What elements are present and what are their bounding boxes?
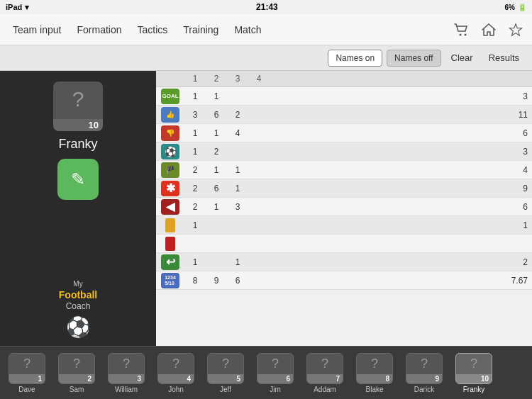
nav-team-input[interactable]: Team input [6,20,68,40]
player-thumb-3[interactable]: ? 3 William [102,353,150,393]
thumb-name-8: Blake [365,386,383,393]
player-thumb-img-4: ? 4 [157,353,194,384]
stat-val-9-0: 1 [184,257,206,267]
edit-player-button[interactable]: ✎ [57,159,99,200]
stat-val-1-2: 2 [227,110,248,120]
column-headers: 1 2 3 4 [156,71,532,87]
stat-val-9-3 [248,257,270,267]
stat-icon-cell-goal: GOAL [156,87,184,106]
player-avatar: ? 10 [53,82,103,131]
nav-bar: Team input Formation Tactics Training Ma… [0,14,532,45]
stat-total-9: 2 [504,257,532,267]
stat-val-10-1: 9 [206,276,227,286]
stat-val-4-0: 2 [184,165,206,175]
player-thumb-7[interactable]: ? 7 Addam [301,353,349,393]
goal-icon: GOAL [161,89,179,104]
stat-values-flag: 2 1 1 [184,165,504,175]
stat-val-4-1: 1 [206,165,227,175]
logo-coach: Coach [59,301,97,313]
player-thumb-img-3: ? 3 [108,353,145,384]
player-thumb-2[interactable]: ? 2 Sam [52,353,101,393]
nav-match[interactable]: Match [227,20,268,40]
star-icon-btn[interactable] [505,19,526,40]
player-thumb-1[interactable]: ? 1 Dave [3,353,51,393]
left-panel: ? 10 Franky ✎ My Football Coach ⚽ [0,71,156,346]
nav-formation[interactable]: Formation [70,20,128,40]
stat-total-1: 11 [504,110,532,120]
stat-val-5-0: 2 [184,184,206,193]
names-on-button[interactable]: Names on [328,50,382,67]
thumb-question-9: ? [421,356,428,371]
stat-val-2-0: 1 [184,128,206,138]
thumb-question-5: ? [222,356,229,371]
player-thumb-8[interactable]: ? 8 Blake [350,353,399,393]
thumb-name-5: Jeff [220,386,231,393]
stat-total-7: 1 [504,220,532,230]
stats-area: 1 2 3 4 GOAL 1 1 3 � [156,71,532,346]
stat-val-0-3 [248,91,270,101]
stat-val-7-1 [206,220,227,230]
player-number-badge: 10 [53,119,103,131]
battery-pct: 6% [505,4,515,11]
clear-button[interactable]: Clear [445,50,479,66]
stat-val-6-0: 2 [184,202,206,212]
avatar-question-icon: ? [72,87,84,111]
results-button[interactable]: Results [483,50,525,66]
thumb-num-7: 7 [307,374,343,383]
stat-total-6: 6 [504,202,532,212]
thumb-num-2: 2 [59,374,94,383]
col-2: 2 [206,74,227,84]
stat-row-thumbsdown: 👎 1 1 4 6 [156,124,532,142]
stat-val-6-2: 3 [227,202,248,212]
cart-icon [453,23,470,37]
stat-row-tackle: ✱ 2 6 1 9 [156,179,532,198]
stat-values-pass: 1 2 [184,147,504,157]
player-thumb-5[interactable]: ? 5 Jeff [201,353,250,393]
stat-total-2: 6 [504,128,532,138]
names-off-button[interactable]: Names off [387,50,440,67]
main-content: ? 10 Franky ✎ My Football Coach ⚽ 1 2 3 … [0,71,532,346]
player-thumb-img-6: ? 6 [257,353,294,384]
stat-val-10-0: 8 [184,276,206,286]
player-thumb-4[interactable]: ? 4 John [152,353,200,393]
cart-icon-btn[interactable] [451,19,472,40]
toolbar: Names on Names off Clear Results [0,45,532,71]
thumb-name-4: John [168,386,184,393]
nav-training[interactable]: Training [176,20,226,40]
stat-val-4-2: 1 [227,165,248,175]
logo-my: My [59,279,97,288]
stat-val-5-1: 6 [206,184,227,193]
stat-values-goal: 1 1 [184,91,504,101]
player-bar: ? 1 Dave ? 2 Sam ? 3 William ? 4 John ? … [0,346,532,399]
stat-icon-cell-flag: 🏴 [156,161,184,179]
thumb-num-1: 1 [9,374,45,383]
thumb-num-9: 9 [406,374,442,383]
star-icon [508,23,523,37]
player-name: Franky [58,137,97,152]
status-left: iPad ▾ [6,3,29,12]
home-icon-btn[interactable] [478,19,499,40]
thumb-num-3: 3 [109,374,144,383]
tackle-icon: ✱ [161,181,179,196]
stat-val-1-1: 6 [206,110,227,120]
thumb-num-8: 8 [357,374,392,383]
stat-val-10-2: 6 [227,276,248,286]
player-thumb-9[interactable]: ? 9 Darick [400,353,448,393]
stat-row-thumbsup: 👍 3 6 2 11 [156,106,532,124]
stat-val-2-1: 1 [206,128,227,138]
soccer-ball-icon: ⚽ [59,315,97,339]
player-thumb-10[interactable]: ? 10 Franky [450,353,498,393]
stat-values-tackle: 2 6 1 [184,184,504,193]
stat-val-9-1 [206,257,227,267]
player-thumb-6[interactable]: ? 6 Jim [251,353,299,393]
stat-icon-cell-yellow [156,216,184,235]
stat-row-goal: GOAL 1 1 3 [156,87,532,106]
svg-point-1 [465,33,467,35]
stat-val-1-3 [248,110,270,120]
stat-values-foul: 2 1 3 [184,202,504,212]
thumb-name-10: Franky [463,386,485,393]
stat-total-4: 4 [504,165,532,175]
nav-tactics[interactable]: Tactics [131,20,175,40]
rating-icon: 12345/10 [161,273,179,288]
foul-icon: ◀ [161,199,179,215]
